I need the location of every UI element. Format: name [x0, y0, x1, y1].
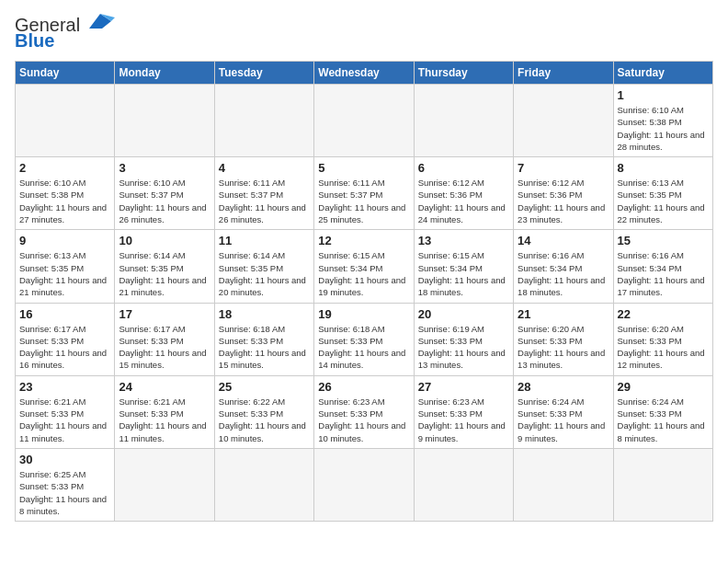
calendar-day-cell: [16, 85, 115, 157]
calendar-day-cell: 15Sunrise: 6:16 AM Sunset: 5:34 PM Dayli…: [613, 230, 712, 303]
calendar-day-cell: [214, 448, 313, 521]
calendar-day-cell: 17Sunrise: 6:17 AM Sunset: 5:33 PM Dayli…: [115, 303, 214, 375]
day-number: 2: [19, 161, 110, 175]
logo: General Blue: [15, 15, 122, 52]
day-info: Sunrise: 6:24 AM Sunset: 5:33 PM Dayligh…: [618, 396, 709, 444]
day-info: Sunrise: 6:16 AM Sunset: 5:34 PM Dayligh…: [618, 249, 709, 298]
day-number: 22: [618, 307, 709, 321]
day-number: 1: [618, 88, 709, 102]
day-info: Sunrise: 6:15 AM Sunset: 5:34 PM Dayligh…: [418, 249, 509, 298]
day-number: 8: [618, 161, 709, 175]
calendar-day-cell: 25Sunrise: 6:22 AM Sunset: 5:33 PM Dayli…: [214, 375, 313, 448]
day-info: Sunrise: 6:24 AM Sunset: 5:33 PM Dayligh…: [518, 396, 609, 444]
day-info: Sunrise: 6:14 AM Sunset: 5:35 PM Dayligh…: [219, 249, 310, 298]
calendar-day-cell: [115, 448, 214, 521]
weekday-header-tuesday: Tuesday: [214, 62, 313, 85]
weekday-header-sunday: Sunday: [16, 62, 115, 85]
weekday-header-saturday: Saturday: [613, 62, 712, 85]
calendar-day-cell: 16Sunrise: 6:17 AM Sunset: 5:33 PM Dayli…: [16, 303, 115, 375]
calendar-day-cell: [214, 85, 313, 157]
calendar-week-row: 30Sunrise: 6:25 AM Sunset: 5:33 PM Dayli…: [16, 448, 713, 521]
day-info: Sunrise: 6:17 AM Sunset: 5:33 PM Dayligh…: [119, 323, 210, 372]
weekday-header-thursday: Thursday: [414, 62, 513, 85]
calendar-day-cell: 5Sunrise: 6:11 AM Sunset: 5:37 PM Daylig…: [314, 157, 414, 230]
calendar-day-cell: 2Sunrise: 6:10 AM Sunset: 5:38 PM Daylig…: [16, 157, 115, 230]
calendar-day-cell: [514, 448, 613, 521]
day-number: 27: [418, 380, 509, 394]
day-number: 21: [518, 307, 609, 321]
day-number: 15: [618, 234, 709, 247]
day-info: Sunrise: 6:12 AM Sunset: 5:36 PM Dayligh…: [518, 177, 609, 225]
calendar-day-cell: [514, 85, 613, 157]
day-info: Sunrise: 6:13 AM Sunset: 5:35 PM Dayligh…: [19, 249, 110, 298]
calendar-day-cell: 29Sunrise: 6:24 AM Sunset: 5:33 PM Dayli…: [613, 375, 712, 448]
day-number: 19: [318, 307, 409, 321]
weekday-header-friday: Friday: [514, 62, 613, 85]
day-info: Sunrise: 6:10 AM Sunset: 5:38 PM Dayligh…: [19, 177, 110, 225]
page-header: General Blue: [15, 15, 713, 52]
calendar-week-row: 23Sunrise: 6:21 AM Sunset: 5:33 PM Dayli…: [16, 375, 713, 448]
day-number: 18: [219, 307, 310, 321]
calendar-day-cell: 19Sunrise: 6:18 AM Sunset: 5:33 PM Dayli…: [314, 303, 414, 375]
calendar-day-cell: 23Sunrise: 6:21 AM Sunset: 5:33 PM Dayli…: [16, 375, 115, 448]
calendar-day-cell: 9Sunrise: 6:13 AM Sunset: 5:35 PM Daylig…: [16, 230, 115, 303]
calendar-day-cell: [613, 448, 712, 521]
day-info: Sunrise: 6:23 AM Sunset: 5:33 PM Dayligh…: [418, 396, 509, 444]
day-number: 26: [318, 380, 409, 394]
day-info: Sunrise: 6:16 AM Sunset: 5:34 PM Dayligh…: [518, 249, 609, 298]
calendar-day-cell: 12Sunrise: 6:15 AM Sunset: 5:34 PM Dayli…: [314, 230, 414, 303]
weekday-header-wednesday: Wednesday: [314, 62, 414, 85]
day-number: 25: [219, 380, 310, 394]
calendar-week-row: 1Sunrise: 6:10 AM Sunset: 5:38 PM Daylig…: [16, 85, 713, 157]
day-number: 24: [119, 380, 210, 394]
day-number: 30: [19, 453, 110, 466]
day-number: 23: [19, 380, 110, 394]
day-info: Sunrise: 6:15 AM Sunset: 5:34 PM Dayligh…: [318, 249, 409, 298]
day-info: Sunrise: 6:17 AM Sunset: 5:33 PM Dayligh…: [19, 323, 110, 372]
calendar-day-cell: 3Sunrise: 6:10 AM Sunset: 5:37 PM Daylig…: [115, 157, 214, 230]
weekday-header-monday: Monday: [115, 62, 214, 85]
calendar-day-cell: 30Sunrise: 6:25 AM Sunset: 5:33 PM Dayli…: [16, 448, 115, 521]
calendar-day-cell: 24Sunrise: 6:21 AM Sunset: 5:33 PM Dayli…: [115, 375, 214, 448]
calendar-day-cell: 22Sunrise: 6:20 AM Sunset: 5:33 PM Dayli…: [613, 303, 712, 375]
calendar-day-cell: [115, 85, 214, 157]
day-info: Sunrise: 6:22 AM Sunset: 5:33 PM Dayligh…: [219, 396, 310, 444]
day-number: 29: [618, 380, 709, 394]
day-number: 3: [119, 161, 210, 175]
calendar-day-cell: 4Sunrise: 6:11 AM Sunset: 5:37 PM Daylig…: [214, 157, 313, 230]
calendar-day-cell: [414, 448, 513, 521]
day-info: Sunrise: 6:12 AM Sunset: 5:36 PM Dayligh…: [418, 177, 509, 225]
day-info: Sunrise: 6:18 AM Sunset: 5:33 PM Dayligh…: [318, 323, 409, 372]
calendar-day-cell: 10Sunrise: 6:14 AM Sunset: 5:35 PM Dayli…: [115, 230, 214, 303]
day-number: 9: [19, 234, 110, 247]
day-number: 7: [518, 161, 609, 175]
day-info: Sunrise: 6:21 AM Sunset: 5:33 PM Dayligh…: [19, 396, 110, 444]
calendar-day-cell: [314, 448, 414, 521]
calendar-table: SundayMondayTuesdayWednesdayThursdayFrid…: [15, 61, 713, 522]
calendar-day-cell: 6Sunrise: 6:12 AM Sunset: 5:36 PM Daylig…: [414, 157, 513, 230]
day-number: 10: [119, 234, 210, 247]
calendar-day-cell: 27Sunrise: 6:23 AM Sunset: 5:33 PM Dayli…: [414, 375, 513, 448]
day-number: 6: [418, 161, 509, 175]
calendar-day-cell: 13Sunrise: 6:15 AM Sunset: 5:34 PM Dayli…: [414, 230, 513, 303]
calendar-day-cell: 26Sunrise: 6:23 AM Sunset: 5:33 PM Dayli…: [314, 375, 414, 448]
calendar-week-row: 16Sunrise: 6:17 AM Sunset: 5:33 PM Dayli…: [16, 303, 713, 375]
day-info: Sunrise: 6:11 AM Sunset: 5:37 PM Dayligh…: [318, 177, 409, 225]
day-info: Sunrise: 6:10 AM Sunset: 5:38 PM Dayligh…: [618, 104, 709, 153]
day-number: 12: [318, 234, 409, 247]
day-info: Sunrise: 6:10 AM Sunset: 5:37 PM Dayligh…: [119, 177, 210, 225]
calendar-day-cell: 8Sunrise: 6:13 AM Sunset: 5:35 PM Daylig…: [613, 157, 712, 230]
day-info: Sunrise: 6:14 AM Sunset: 5:35 PM Dayligh…: [119, 249, 210, 298]
day-info: Sunrise: 6:20 AM Sunset: 5:33 PM Dayligh…: [518, 323, 609, 372]
calendar-day-cell: [414, 85, 513, 157]
day-number: 13: [418, 234, 509, 247]
calendar-day-cell: 1Sunrise: 6:10 AM Sunset: 5:38 PM Daylig…: [613, 85, 712, 157]
calendar-day-cell: [314, 85, 414, 157]
calendar-day-cell: 7Sunrise: 6:12 AM Sunset: 5:36 PM Daylig…: [514, 157, 613, 230]
day-number: 20: [418, 307, 509, 321]
logo-bird-icon: [82, 12, 122, 36]
day-info: Sunrise: 6:13 AM Sunset: 5:35 PM Dayligh…: [618, 177, 709, 225]
day-number: 14: [518, 234, 609, 247]
calendar-day-cell: 20Sunrise: 6:19 AM Sunset: 5:33 PM Dayli…: [414, 303, 513, 375]
day-number: 16: [19, 307, 110, 321]
